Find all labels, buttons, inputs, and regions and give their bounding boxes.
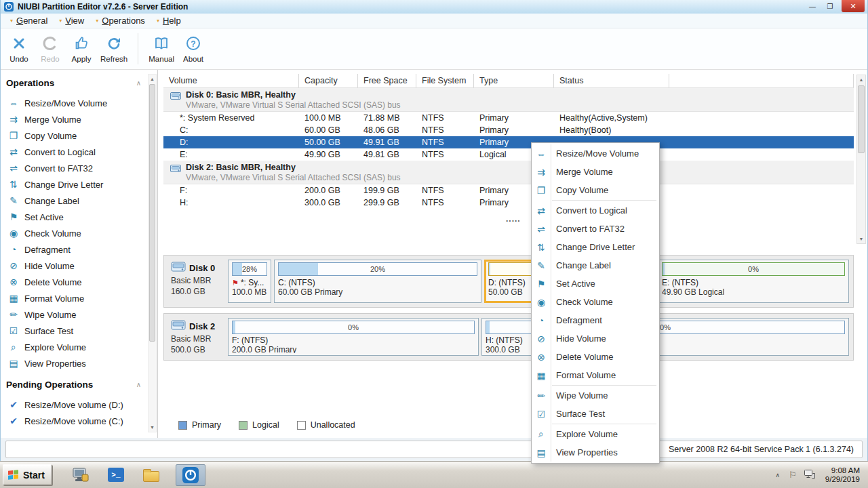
context-menu: ⇔Resize/Move Volume ⇉Merge Volume ❐Copy … bbox=[531, 142, 660, 464]
sidebar-scrollbar[interactable]: ▲ ▼ bbox=[148, 74, 157, 432]
sidebar-item-label: Resize/Move Volume bbox=[24, 98, 107, 108]
table-row-e[interactable]: E: 49.90 GB 49.81 GB NTFS Logical bbox=[163, 148, 854, 161]
taskbar-item-powershell[interactable] bbox=[105, 464, 127, 486]
context-item-change-label[interactable]: ✎Change Label bbox=[532, 256, 659, 274]
pending-operation-item[interactable]: ✔Resize/Move volume (D:) bbox=[5, 396, 144, 413]
sidebar-item-surface-test[interactable]: ☑Surface Test bbox=[5, 323, 144, 339]
sidebar-item-format-volume[interactable]: ▦Format Volume bbox=[5, 290, 144, 306]
taskbar-item-explorer[interactable] bbox=[140, 464, 162, 486]
context-item-defragment[interactable]: ◔Defragment bbox=[532, 311, 659, 329]
manual-icon bbox=[153, 35, 170, 54]
network-icon[interactable] bbox=[804, 470, 815, 481]
start-button[interactable]: Start bbox=[3, 464, 52, 485]
sidebar-item-wipe-volume[interactable]: ✏Wipe Volume bbox=[5, 306, 144, 323]
pending-check-icon: ✔ bbox=[7, 399, 20, 410]
view-properties-icon: ▤ bbox=[532, 447, 551, 458]
collapse-chevron-icon[interactable]: ∧ bbox=[136, 381, 141, 388]
partition-block-c[interactable]: 20% C: (NTFS) 60.00 GB Primary bbox=[274, 260, 481, 303]
maximize-button[interactable]: ❐ bbox=[821, 0, 839, 12]
partition-block-e[interactable]: 0% E: (NTFS) 49.90 GB Logical bbox=[658, 260, 849, 303]
column-header-status[interactable]: Status bbox=[554, 74, 669, 88]
context-item-change-drive-letter[interactable]: ⇅Change Drive Letter bbox=[532, 238, 659, 256]
minimize-button[interactable]: — bbox=[804, 0, 821, 12]
scroll-down-icon[interactable]: ▼ bbox=[857, 235, 865, 243]
context-item-view-properties[interactable]: ▤View Properties bbox=[532, 443, 659, 462]
sidebar-item-change-drive-letter[interactable]: ⇅Change Drive Letter bbox=[5, 176, 144, 192]
manual-button[interactable]: Manual bbox=[145, 30, 178, 67]
context-item-wipe-volume[interactable]: ✏Wipe Volume bbox=[532, 386, 659, 405]
disk0-map-info[interactable]: Disk 0 Basic MBR 160.0 GB bbox=[168, 260, 225, 303]
table-row-f[interactable]: F: 200.0 GB 199.9 GB NTFS Primary bbox=[163, 184, 854, 197]
operations-header-label: Operations bbox=[6, 78, 54, 88]
context-item-hide-volume[interactable]: ⊘Hide Volume bbox=[532, 329, 659, 348]
context-item-check-volume[interactable]: ◉Check Volume bbox=[532, 293, 659, 311]
scroll-down-icon[interactable]: ▼ bbox=[149, 423, 156, 432]
sidebar-item-delete-volume[interactable]: ⊗Delete Volume bbox=[5, 274, 144, 290]
taskbar-item-server-manager[interactable] bbox=[70, 464, 92, 486]
scrollbar-thumb[interactable] bbox=[858, 85, 865, 153]
context-item-copy-volume[interactable]: ❐Copy Volume bbox=[532, 181, 659, 199]
sidebar-item-convert-to-fat32[interactable]: ⇌Convert to FAT32 bbox=[5, 160, 144, 176]
sidebar-item-merge-volume[interactable]: ⇉Merge Volume bbox=[5, 111, 144, 127]
apply-button[interactable]: Apply bbox=[66, 30, 97, 67]
sidebar-item-check-volume[interactable]: ◉Check Volume bbox=[5, 225, 144, 241]
column-header-type[interactable]: Type bbox=[474, 74, 554, 88]
partition-block-system-reserved[interactable]: 28% ⚑*: Sy... 100.0 MB bbox=[228, 260, 271, 303]
sidebar-item-explore-volume[interactable]: ⌕Explore Volume bbox=[5, 339, 144, 355]
table-row-h[interactable]: H: 300.0 GB 299.9 GB NTFS Primary bbox=[163, 197, 854, 209]
scroll-up-icon[interactable]: ▲ bbox=[149, 75, 156, 83]
sidebar-item-defragment[interactable]: ◔Defragment bbox=[5, 241, 144, 258]
tray-expand-icon[interactable]: ∧ bbox=[774, 469, 782, 481]
context-item-surface-test[interactable]: ☑Surface Test bbox=[532, 405, 659, 423]
context-item-format-volume[interactable]: ▦Format Volume bbox=[532, 366, 659, 384]
menu-operations[interactable]: ▾Operations bbox=[92, 14, 153, 27]
sidebar-item-resize-move-volume[interactable]: ⇔Resize/Move Volume bbox=[5, 95, 144, 111]
disk0-group-row[interactable]: Disk 0: Basic MBR, Healthy VMware, VMwar… bbox=[163, 88, 854, 112]
close-button[interactable]: ✕ bbox=[842, 0, 865, 12]
scroll-up-icon[interactable]: ▲ bbox=[857, 75, 865, 84]
table-row-c[interactable]: C: 60.00 GB 48.06 GB NTFS Primary Health… bbox=[163, 124, 854, 136]
menu-general[interactable]: ▾General bbox=[6, 14, 55, 27]
context-item-merge-volume[interactable]: ⇉Merge Volume bbox=[532, 163, 659, 181]
scrollbar-thumb[interactable] bbox=[149, 84, 155, 342]
taskbar-clock[interactable]: 9:08 AM 9/29/2019 bbox=[823, 466, 860, 484]
collapse-chevron-icon[interactable]: ∧ bbox=[136, 79, 141, 87]
pending-operations-header[interactable]: Pending Operations ∧ bbox=[5, 371, 144, 396]
sidebar-item-label: Explore Volume bbox=[24, 342, 86, 352]
context-item-explore-volume[interactable]: ⌕Explore Volume bbox=[532, 425, 659, 443]
sidebar-item-hide-volume[interactable]: ⊘Hide Volume bbox=[5, 258, 144, 274]
sidebar-item-convert-to-logical[interactable]: ⇄Convert to Logical bbox=[5, 144, 144, 160]
disk2-map-info[interactable]: Disk 2 Basic MBR 500.0 GB bbox=[168, 318, 225, 356]
table-row-d-selected[interactable]: D: 50.00 GB 49.91 GB NTFS Primary bbox=[163, 136, 854, 148]
sidebar-item-set-active[interactable]: ⚑Set Active bbox=[5, 209, 144, 225]
column-header-capacity[interactable]: Capacity bbox=[299, 74, 358, 88]
column-header-file-system[interactable]: File System bbox=[416, 74, 474, 88]
context-item-set-active[interactable]: ⚑Set Active bbox=[532, 274, 659, 293]
about-button[interactable]: ? About bbox=[178, 30, 209, 67]
column-header-volume[interactable]: Volume bbox=[163, 74, 299, 88]
context-item-resize-move-volume[interactable]: ⇔Resize/Move Volume bbox=[532, 144, 659, 163]
partition-block-f[interactable]: 0% F: (NTFS) 200.0 GB Primary bbox=[228, 318, 479, 356]
table-row-system-reserved[interactable]: *: System Reserved 100.0 MB 71.88 MB NTF… bbox=[163, 112, 854, 124]
refresh-button[interactable]: Refresh bbox=[97, 30, 131, 67]
sidebar-item-change-label[interactable]: ✎Change Label bbox=[5, 192, 144, 209]
sidebar-item-copy-volume[interactable]: ❐Copy Volume bbox=[5, 127, 144, 144]
partition-label: F: (NTFS) bbox=[232, 336, 268, 345]
sidebar-item-view-properties[interactable]: ▤View Properties bbox=[5, 355, 144, 371]
redo-button[interactable]: Redo bbox=[35, 30, 66, 67]
menu-view[interactable]: ▾View bbox=[55, 14, 92, 27]
operations-header[interactable]: Operations ∧ bbox=[5, 74, 144, 95]
disk0-map-scheme: Basic MBR bbox=[171, 276, 225, 285]
context-item-convert-to-fat32[interactable]: ⇌Convert to FAT32 bbox=[532, 220, 659, 238]
cell-volume: H: bbox=[163, 198, 299, 207]
menu-help[interactable]: ▾Help bbox=[153, 14, 189, 27]
pending-operation-item[interactable]: ✔Resize/Move volume (C:) bbox=[5, 413, 144, 429]
table-scrollbar[interactable]: ▲ ▼ bbox=[856, 75, 866, 244]
undo-button[interactable]: Undo bbox=[3, 30, 35, 67]
column-header-free-space[interactable]: Free Space bbox=[358, 74, 416, 88]
context-item-delete-volume[interactable]: ⊗Delete Volume bbox=[532, 348, 659, 366]
context-item-convert-to-logical[interactable]: ⇄Convert to Logical bbox=[532, 201, 659, 220]
disk2-group-row[interactable]: Disk 2: Basic MBR, Healthy VMware, VMwar… bbox=[163, 161, 854, 184]
action-center-flag-icon[interactable]: ⚐ bbox=[789, 470, 797, 480]
taskbar-item-niubi[interactable] bbox=[176, 464, 205, 486]
